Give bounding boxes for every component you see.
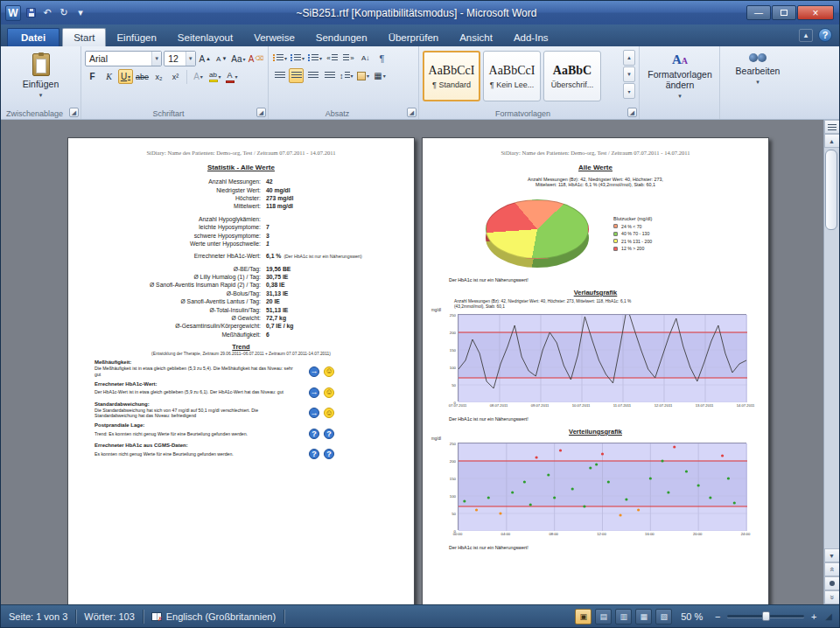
help-icon[interactable]: ? — [818, 28, 832, 42]
scrollbar-track[interactable] — [824, 148, 839, 548]
scroll-down-button[interactable]: ▼ — [824, 548, 840, 562]
change-case-button[interactable]: Aa▾ — [231, 52, 247, 66]
trend-item-row: Die Standardabweichung hat sich von 47 m… — [94, 408, 414, 420]
shading-button[interactable]: ▾ — [356, 68, 371, 83]
document-page-1[interactable]: SiDiary: Name des Patienten: Demo-org, T… — [67, 137, 415, 604]
increase-indent-button[interactable]: » — [341, 51, 356, 66]
change-styles-button[interactable]: AA Formatvorlagen ändern ▾ — [643, 49, 717, 103]
file-tab[interactable]: Datei — [7, 28, 60, 46]
grow-font-button[interactable]: A▲ — [198, 52, 213, 66]
font-name-combo[interactable]: Arial▼ — [85, 51, 162, 66]
style-card-kein-lee[interactable]: AaBbCcI¶ Kein Lee... — [483, 51, 541, 101]
zoom-level[interactable]: 50 % — [676, 611, 708, 622]
zoom-in-button[interactable]: + — [808, 611, 820, 623]
legend-title: Blutzucker (mg/dl) — [613, 216, 652, 221]
multilevel-list-button[interactable]: ▾ — [307, 51, 323, 66]
stat-note: (Der HbA1c ist nur ein Näherungswert) — [284, 254, 361, 259]
ribbon-tab-add-ins[interactable]: Add-Ins — [503, 28, 559, 46]
word-count[interactable]: Wörter: 103 — [76, 605, 142, 627]
decrease-indent-button[interactable]: « — [325, 51, 340, 66]
superscript-button[interactable]: x² — [168, 69, 183, 84]
stat-label: Errechneter HbA1c-Wert: — [68, 253, 266, 259]
align-left-button[interactable] — [272, 68, 287, 83]
document-area[interactable]: SiDiary: Name des Patienten: Demo-org, T… — [1, 120, 839, 604]
line-spacing-button[interactable]: ↕▾ — [339, 68, 354, 83]
close-button[interactable]: × — [797, 5, 834, 20]
borders-button[interactable]: ▦▾ — [373, 68, 388, 83]
paste-button[interactable]: Einfügen ▾ — [16, 49, 66, 103]
style-scroll-up-button[interactable]: ▲ — [623, 50, 635, 66]
ribbon-tab-sendungen[interactable]: Sendungen — [305, 28, 378, 46]
align-center-button[interactable] — [289, 68, 304, 83]
ribbon-tab-ansicht[interactable]: Ansicht — [449, 28, 503, 46]
undo-button[interactable]: ↶ — [40, 6, 54, 20]
ribbon-tab-verweise[interactable]: Verweise — [243, 28, 305, 46]
qat-customize-button[interactable]: ▾ — [74, 6, 88, 20]
ribbon-tab-einf-gen[interactable]: Einfügen — [106, 28, 166, 46]
x-axis-tick-label: 16:00 — [645, 532, 654, 536]
numbering-button[interactable]: ▾ — [290, 51, 305, 66]
word-app-icon[interactable]: W — [5, 5, 21, 21]
bold-button[interactable]: F — [85, 69, 100, 84]
strikethrough-button[interactable]: abe — [135, 69, 150, 84]
align-center-icon — [291, 72, 302, 80]
zoom-out-button[interactable]: − — [711, 611, 724, 623]
document-page-2[interactable]: SiDiary: Name des Patienten: Demo-org, T… — [422, 137, 769, 604]
ribbon-tab-berpr-fen[interactable]: Überprüfen — [378, 28, 450, 46]
style-name: ¶ Kein Lee... — [490, 80, 534, 89]
subscript-button[interactable]: x₂ — [151, 69, 166, 84]
bullets-button[interactable]: ▾ — [272, 51, 288, 66]
draft-view-button[interactable]: ▧ — [655, 609, 672, 625]
legend-text: 21 % 131 - 200 — [621, 239, 652, 244]
web-layout-view-button[interactable]: ▥ — [615, 609, 632, 625]
ribbon-tab-seitenlayout[interactable]: Seitenlayout — [167, 28, 243, 46]
style-card-standard[interactable]: AaBbCcI¶ Standard — [423, 51, 480, 101]
stat-label: Anzahl Messungen: — [68, 178, 266, 185]
ruler-toggle-button[interactable] — [824, 120, 840, 134]
shrink-font-button[interactable]: A▼ — [214, 52, 229, 66]
clipboard-dialog-launcher[interactable]: ◢ — [69, 108, 79, 117]
align-right-button[interactable] — [305, 68, 320, 83]
minimize-button[interactable]: — — [746, 5, 771, 20]
show-paragraph-marks-button[interactable]: ¶ — [374, 51, 389, 66]
trend-item-errechneter-hba1c-aus-cgms-daten: Errechneter HbA1c aus CGMS-Daten:Es konn… — [94, 443, 414, 459]
previous-page-button[interactable]: « — [824, 562, 840, 576]
minimize-ribbon-icon[interactable]: ▴ — [799, 29, 813, 42]
font-color-button[interactable]: A▾ — [224, 69, 239, 84]
stat-label: Anzahl Hypoglykämien: — [68, 216, 266, 222]
outline-view-button[interactable]: ▦ — [635, 609, 652, 625]
select-browse-object-button[interactable] — [824, 576, 840, 590]
legend-color-swatch — [613, 239, 618, 243]
scrollbar-thumb[interactable] — [825, 150, 837, 230]
scroll-up-button[interactable]: ▲ — [824, 134, 840, 148]
next-page-button[interactable]: » — [824, 590, 840, 604]
save-button[interactable] — [24, 6, 38, 20]
styles-dialog-launcher[interactable]: ◢ — [627, 108, 637, 117]
font-size-combo[interactable]: 12▼ — [164, 51, 196, 66]
page-indicator[interactable]: Seite: 1 von 3 — [1, 605, 75, 627]
style-more-button[interactable]: ▾ — [623, 83, 635, 99]
italic-button[interactable]: K — [102, 69, 116, 84]
editing-button[interactable]: Bearbeiten ▾ — [724, 49, 791, 103]
style-card-berschrif[interactable]: AaBbCÜberschrif... — [543, 51, 601, 101]
paragraph-dialog-launcher[interactable]: ◢ — [407, 108, 416, 117]
vertical-scrollbar[interactable]: ▲ ▼ « » — [823, 120, 839, 604]
ribbon-tab-start[interactable]: Start — [62, 28, 106, 46]
style-scroll-down-button[interactable]: ▼ — [623, 66, 635, 82]
repeat-button[interactable]: ↻ — [57, 6, 71, 20]
chevron-down-icon: ▾ — [39, 92, 43, 99]
maximize-button[interactable] — [772, 5, 796, 20]
justify-button[interactable] — [322, 68, 337, 83]
zoom-slider[interactable] — [727, 615, 804, 618]
zoom-slider-thumb[interactable] — [762, 611, 770, 621]
underline-button[interactable]: U▾ — [118, 69, 133, 84]
sort-button[interactable]: A↓ — [358, 51, 373, 66]
language-indicator[interactable]: Englisch (Großbritannien) — [144, 605, 284, 627]
fullscreen-reading-view-button[interactable]: ▤ — [595, 609, 612, 625]
print-layout-view-button[interactable]: ▣ — [575, 609, 592, 625]
resize-grip[interactable]: ◢ — [825, 611, 832, 621]
text-effects-button[interactable]: A▾ — [191, 69, 206, 84]
clear-formatting-button[interactable]: A⌫ — [248, 52, 264, 66]
font-dialog-launcher[interactable]: ◢ — [256, 108, 266, 117]
highlight-button[interactable]: ab▾ — [207, 69, 222, 84]
